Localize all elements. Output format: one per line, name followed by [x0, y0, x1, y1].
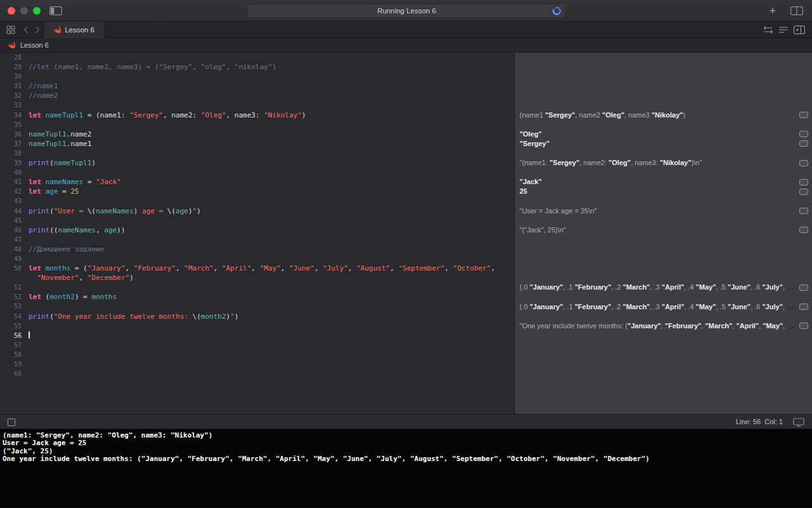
line-number: 39	[0, 158, 22, 168]
show-result-button[interactable]	[799, 189, 808, 195]
code-row[interactable]: 28	[0, 53, 514, 62]
code-row[interactable]: 34let nameTupl1 = (name1: "Sergey", name…	[0, 110, 514, 120]
console-display-icon[interactable]	[793, 418, 804, 427]
show-result-button[interactable]	[799, 304, 808, 310]
code-row[interactable]: 35	[0, 120, 514, 130]
code-row[interactable]: 58	[0, 350, 514, 359]
code-review-arrows-icon[interactable]	[763, 25, 773, 34]
code-row[interactable]: 36nameTupl1.name2	[0, 130, 514, 139]
code-row[interactable]: 43	[0, 196, 514, 206]
result-value: (name1 "Sergey", name2 "Oleg", name3 "Ni…	[520, 110, 796, 120]
code-line: let months = ("January", "February", "Ma…	[22, 264, 495, 273]
code-row[interactable]: 59	[0, 359, 514, 369]
code-row[interactable]: "November", "December")	[0, 273, 514, 283]
line-number: 44	[0, 206, 22, 216]
code-row[interactable]: 41let nameNames = "Jack"	[0, 177, 514, 187]
line-number: 49	[0, 254, 22, 264]
code-row[interactable]: 54print("One year include twelve months:…	[0, 312, 514, 321]
code-line	[22, 254, 29, 264]
show-result-button[interactable]	[799, 284, 808, 291]
code-row[interactable]: 33	[0, 100, 514, 110]
code-row[interactable]: 49	[0, 254, 514, 264]
code-row[interactable]: 30	[0, 72, 514, 81]
code-line	[22, 359, 29, 369]
navigator-toggle-icon[interactable]	[49, 6, 62, 15]
code-line	[22, 168, 29, 177]
line-number: 46	[0, 225, 22, 235]
text-cursor	[29, 331, 30, 338]
code-row[interactable]: 56	[0, 331, 514, 340]
line-number: 48	[0, 244, 22, 254]
line-number: 52	[0, 292, 22, 302]
fullscreen-button[interactable]	[33, 7, 41, 15]
code-row[interactable]: 40	[0, 168, 514, 177]
code-row[interactable]: 55	[0, 321, 514, 331]
code-editor[interactable]: 2829//let (name1, name2, name3) = ("Serg…	[0, 53, 514, 414]
code-line	[22, 302, 29, 311]
editor-options-icon[interactable]	[778, 25, 789, 34]
swift-icon	[53, 26, 62, 34]
code-row[interactable]: 42let age = 25	[0, 187, 514, 196]
minimize-button[interactable]	[20, 7, 28, 15]
line-number: 53	[0, 302, 22, 311]
show-result-button[interactable]	[799, 227, 808, 233]
show-result-button[interactable]	[799, 323, 808, 329]
code-row[interactable]: 48//Домашнее задание	[0, 244, 514, 254]
code-line	[22, 340, 29, 350]
show-result-button[interactable]	[799, 140, 808, 147]
code-line	[22, 120, 29, 130]
line-number: 29	[0, 62, 22, 72]
add-tab-button[interactable]: +	[766, 4, 779, 18]
code-line: nameTupl1.name2	[22, 130, 91, 139]
show-result-button[interactable]	[799, 112, 808, 118]
line-number: 43	[0, 196, 22, 206]
tab-lesson-6[interactable]: Lesson 6	[43, 22, 105, 38]
code-row[interactable]: 38	[0, 149, 514, 158]
line-number: 40	[0, 168, 22, 177]
code-row[interactable]: 31//name1	[0, 81, 514, 91]
close-button[interactable]	[8, 7, 15, 15]
code-line	[22, 100, 29, 110]
code-row[interactable]: 50let months = ("January", "February", "…	[0, 264, 514, 273]
line-number: 36	[0, 130, 22, 139]
add-editor-icon[interactable]	[794, 25, 804, 34]
window-tile-icon[interactable]	[790, 6, 803, 15]
line-number: 50	[0, 264, 22, 273]
line-number: 34	[0, 110, 22, 120]
code-line: "November", "December")	[22, 273, 134, 283]
code-row[interactable]: 29//let (name1, name2, name3) = ("Sergey…	[0, 62, 514, 72]
code-row[interactable]: 46print((nameNames, age))	[0, 225, 514, 235]
result-value: "Sergey"	[520, 139, 796, 149]
code-line	[22, 149, 29, 158]
code-line: print("One year include twelve months: \…	[22, 312, 239, 321]
result-value: "Oleg"	[520, 130, 796, 139]
console-output[interactable]: (name1: "Sergey", name2: "Oleg", name3: …	[0, 429, 812, 508]
show-result-button[interactable]	[799, 131, 808, 137]
code-line	[22, 53, 29, 62]
code-row[interactable]: 32//name2	[0, 91, 514, 100]
show-result-button[interactable]	[799, 208, 808, 214]
console-filter-icon[interactable]	[8, 418, 15, 426]
code-line	[22, 331, 30, 340]
code-row[interactable]: 57	[0, 340, 514, 350]
code-row[interactable]: 39print(nameTupl1)	[0, 158, 514, 168]
back-chevron-icon[interactable]	[23, 25, 33, 34]
code-line: print("User = \(nameNames) age = \(age)"…	[22, 206, 201, 216]
code-row[interactable]: 44print("User = \(nameNames) age = \(age…	[0, 206, 514, 216]
code-row[interactable]: 52let (month2) = months	[0, 292, 514, 302]
code-row[interactable]: 47	[0, 235, 514, 244]
line-number: 59	[0, 359, 22, 369]
line-col-indicator: Line: 56 Col: 1	[736, 418, 783, 425]
jump-bar[interactable]: Lesson 6	[0, 38, 812, 53]
related-items-grid-icon[interactable]	[6, 25, 16, 34]
code-row[interactable]: 37nameTupl1.name1	[0, 139, 514, 149]
code-row[interactable]: 53	[0, 302, 514, 311]
tab-bar: Lesson 6	[0, 22, 812, 38]
code-line	[22, 235, 29, 244]
code-row[interactable]: 51	[0, 283, 514, 292]
code-row[interactable]: 45	[0, 216, 514, 225]
show-result-button[interactable]	[799, 160, 808, 166]
result-value: "(name1: "Sergey", name2: "Oleg", name3:…	[520, 158, 796, 168]
show-result-button[interactable]	[799, 179, 808, 185]
code-row[interactable]: 60	[0, 369, 514, 378]
